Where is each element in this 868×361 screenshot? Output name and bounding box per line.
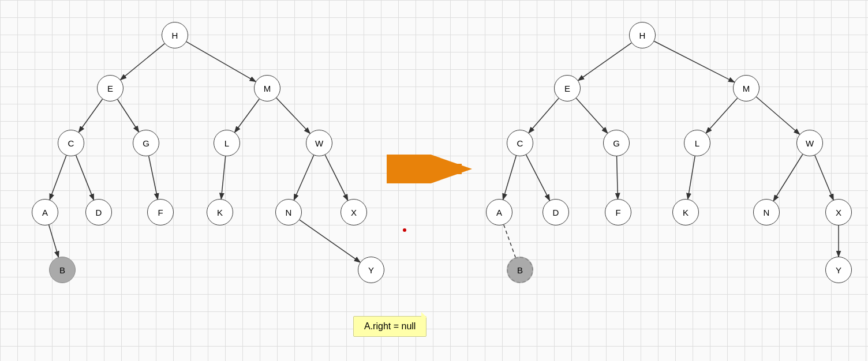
tree-node-H2: H xyxy=(629,22,656,48)
tree-node-W1: W xyxy=(306,130,332,156)
annotation-text: A.right = null xyxy=(364,321,416,331)
tree-node-E2: E xyxy=(554,75,581,101)
tree-node-F2: F xyxy=(605,199,631,225)
tree-node-X2: X xyxy=(825,199,852,225)
tree-node-F1: F xyxy=(147,199,174,225)
tree-node-N2: N xyxy=(753,199,780,225)
tree-node-E1: E xyxy=(97,75,124,101)
tree-node-Y2: Y xyxy=(825,257,852,283)
tree-node-M2: M xyxy=(733,75,760,101)
tree-node-H1: H xyxy=(162,22,188,48)
tree-node-K1: K xyxy=(207,199,233,225)
red-dot xyxy=(403,228,406,232)
tree-node-K2: K xyxy=(672,199,699,225)
tree-node-D2: D xyxy=(542,199,569,225)
tree-node-G2: G xyxy=(603,130,630,156)
tree-node-G1: G xyxy=(133,130,159,156)
tree-node-C1: C xyxy=(58,130,84,156)
tree-node-C2: C xyxy=(507,130,533,156)
tree-node-W2: W xyxy=(796,130,823,156)
tree-node-A2: A xyxy=(486,199,512,225)
tree-node-L2: L xyxy=(684,130,710,156)
tree-node-A1: A xyxy=(32,199,58,225)
transition-arrow xyxy=(387,155,473,183)
annotation-label: A.right = null xyxy=(353,316,426,337)
tree-node-M1: M xyxy=(254,75,280,101)
tree-node-B1: B xyxy=(49,257,76,283)
tree-node-L1: L xyxy=(214,130,240,156)
tree-node-Y1: Y xyxy=(358,257,384,283)
tree-node-X1: X xyxy=(341,199,367,225)
tree-node-N1: N xyxy=(275,199,302,225)
tree-node-D1: D xyxy=(85,199,112,225)
tree-node-B2: B xyxy=(507,257,533,283)
